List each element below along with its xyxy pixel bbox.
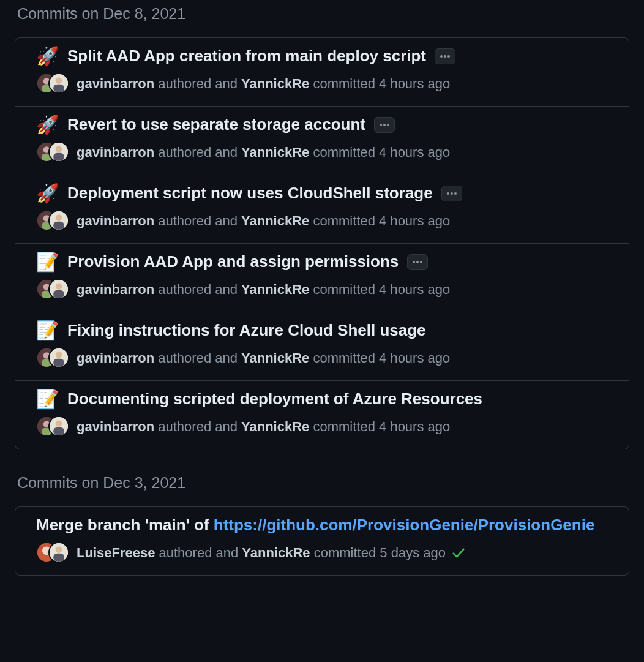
svg-point-40 [56,352,62,358]
commit-title-url[interactable]: https://github.com/ProvisionGenie/Provis… [214,516,595,534]
author-link[interactable]: gavinbarron [77,282,154,297]
svg-point-51 [56,546,62,553]
committed-word: committed [313,350,379,366]
commit-group: 🚀Split AAD App creation from main deploy… [15,37,629,449]
more-options-button[interactable] [374,117,395,133]
svg-point-7 [56,77,62,84]
commit-meta: gavinbarron authored and YannickRe commi… [77,419,450,435]
more-options-button[interactable] [435,48,455,64]
author-avatars[interactable] [36,347,70,369]
committed-word: committed [313,76,379,91]
avatar[interactable] [48,542,69,563]
commit-title-prefix: Merge branch 'main' of [36,516,214,534]
commit-row: 🚀Deployment script now uses CloudShell s… [15,175,629,244]
memo-icon: 📝 [36,322,59,340]
authored-word: authored and [158,213,241,228]
commit-meta: gavinbarron authored and YannickRe commi… [77,350,450,366]
authored-word: authored and [158,145,241,160]
author-avatars[interactable] [36,279,70,301]
svg-point-10 [383,124,386,126]
committer-link[interactable]: YannickRe [241,213,309,228]
committed-word: committed [313,213,379,228]
svg-point-0 [440,55,443,58]
svg-point-18 [447,192,449,195]
commit-title-link[interactable]: Revert to use separate storage account [67,115,365,134]
author-link[interactable]: gavinbarron [77,76,154,91]
committer-link[interactable]: YannickRe [241,419,309,434]
avatar[interactable] [48,141,69,162]
commit-row: Merge branch 'main' of https://github.co… [15,507,629,575]
rocket-icon: 🚀 [36,184,59,203]
commit-title-link[interactable]: Documenting scripted deployment of Azure… [67,389,482,408]
author-link[interactable]: gavinbarron [77,350,154,366]
svg-point-11 [387,124,389,126]
avatar[interactable] [48,210,69,231]
commit-timestamp: 4 hours ago [379,350,450,366]
committed-word: committed [314,545,380,560]
commit-date-header: Commits on Dec 3, 2021 [17,474,627,492]
commit-row: 📝Documenting scripted deployment of Azur… [15,381,629,449]
commit-title-link[interactable]: Deployment script now uses CloudShell st… [67,184,433,203]
avatar[interactable] [48,73,69,94]
author-avatars[interactable] [36,73,70,95]
svg-point-29 [420,261,422,263]
commit-title-link[interactable]: Provision AAD App and assign permissions [67,252,399,271]
more-options-button[interactable] [441,186,462,201]
commit-date-header: Commits on Dec 8, 2021 [17,5,627,23]
author-link[interactable]: gavinbarron [77,145,154,160]
svg-rect-8 [53,85,64,92]
svg-point-2 [447,55,450,58]
authored-word: authored and [158,282,241,297]
svg-rect-52 [53,554,64,562]
committer-link[interactable]: YannickRe [241,350,309,366]
committer-link[interactable]: YannickRe [242,545,310,560]
commit-title-link[interactable]: Merge branch 'main' of https://github.co… [36,516,594,535]
author-avatars[interactable] [36,210,70,232]
svg-rect-41 [53,359,64,367]
svg-point-46 [56,420,62,427]
commit-timestamp: 4 hours ago [379,76,450,91]
svg-point-27 [413,261,415,263]
author-link[interactable]: gavinbarron [77,213,154,228]
author-avatars[interactable] [36,416,70,438]
more-options-button[interactable] [407,254,428,270]
avatar[interactable] [48,416,69,437]
commit-title-link[interactable]: Split AAD App creation from main deploy … [67,47,426,66]
status-check-icon [452,546,465,560]
svg-point-16 [56,146,62,152]
rocket-icon: 🚀 [36,116,59,134]
author-link[interactable]: gavinbarron [77,419,154,434]
avatar[interactable] [48,347,69,368]
author-avatars[interactable] [36,542,70,564]
svg-point-25 [56,214,62,221]
commit-meta: LuiseFreese authored and YannickRe commi… [77,545,446,561]
svg-point-28 [416,261,419,263]
svg-rect-47 [53,427,64,435]
commit-meta: gavinbarron authored and YannickRe commi… [77,145,450,160]
authored-word: authored and [158,419,241,434]
commit-title-link[interactable]: Fixing instructions for Azure Cloud Shel… [67,321,426,340]
authored-word: authored and [159,545,242,560]
commit-timestamp: 4 hours ago [379,145,450,160]
commit-timestamp: 5 days ago [380,545,446,560]
commit-row: 📝Provision AAD App and assign permission… [15,244,629,312]
author-avatars[interactable] [36,141,70,164]
commit-row: 🚀Split AAD App creation from main deploy… [15,38,629,107]
author-link[interactable]: LuiseFreese [77,545,155,560]
committer-link[interactable]: YannickRe [241,76,309,91]
commit-meta: gavinbarron authored and YannickRe commi… [77,282,450,298]
commit-meta: gavinbarron authored and YannickRe commi… [77,213,450,229]
rocket-icon: 🚀 [36,47,59,66]
committer-link[interactable]: YannickRe [241,145,309,160]
avatar[interactable] [48,279,69,299]
commit-row: 📝Fixing instructions for Azure Cloud She… [15,312,629,381]
commit-timestamp: 4 hours ago [379,419,450,434]
svg-point-9 [380,124,382,126]
commit-timestamp: 4 hours ago [379,282,450,297]
authored-word: authored and [158,76,241,91]
committed-word: committed [313,145,379,160]
commit-meta: gavinbarron authored and YannickRe commi… [77,76,450,92]
svg-point-1 [444,55,446,58]
svg-rect-26 [53,222,64,230]
committer-link[interactable]: YannickRe [241,282,309,297]
